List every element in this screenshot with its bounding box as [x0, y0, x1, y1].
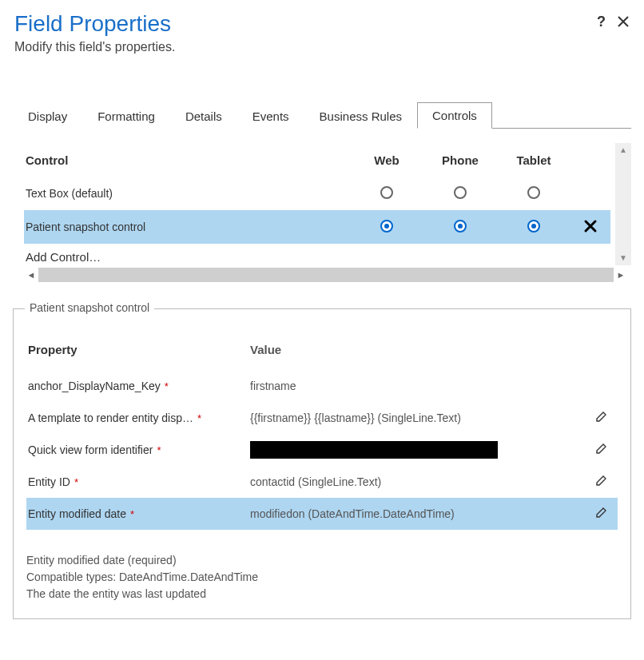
edit-button[interactable] — [594, 510, 609, 523]
controls-grid: Control Web Phone Tablet Text Box (defau… — [13, 143, 610, 265]
tab-controls[interactable]: Controls — [417, 102, 492, 129]
property-name: Quick view form identifier * — [26, 443, 250, 456]
radio-web[interactable] — [380, 186, 393, 199]
radio-phone[interactable] — [454, 220, 467, 233]
property-name: Entity ID * — [26, 475, 250, 488]
scroll-track[interactable] — [38, 268, 614, 282]
controls-tab-body: Control Web Phone Tablet Text Box (defau… — [13, 143, 631, 619]
required-asterisk-icon: * — [197, 412, 201, 424]
scroll-right-arrow-icon[interactable]: ► — [614, 270, 628, 280]
required-asterisk-icon: * — [74, 476, 78, 488]
property-desc-line: Compatible types: DateAndTime.DateAndTim… — [26, 569, 618, 586]
pencil-icon — [594, 474, 609, 488]
scroll-left-arrow-icon[interactable]: ◄ — [24, 270, 38, 280]
controls-row-name: Patient snapshot control — [24, 221, 350, 233]
tab-details[interactable]: Details — [170, 103, 237, 129]
controls-header-web: Web — [350, 153, 423, 167]
property-row[interactable]: Entity modified date * modifiedon (DateA… — [26, 498, 618, 530]
pencil-icon — [594, 506, 609, 520]
required-asterisk-icon: * — [165, 380, 169, 392]
controls-grid-header: Control Web Phone Tablet — [24, 143, 610, 177]
dialog-subtitle: Modify this field's properties. — [14, 40, 630, 54]
property-value: modifiedon (DateAndTime.DateAndTime) — [250, 507, 586, 520]
property-value: {{firstname}} {{lastname}} (SingleLine.T… — [250, 412, 586, 424]
property-name: anchor_DisplayName_Key * — [26, 380, 250, 392]
edit-button[interactable] — [594, 446, 609, 459]
property-value: firstname — [250, 380, 586, 392]
property-value-redacted — [250, 441, 586, 459]
properties-header-value: Value — [250, 343, 586, 356]
property-row[interactable]: Entity ID * contactid (SingleLine.Text) — [26, 466, 618, 498]
properties-header: Property Value — [26, 333, 618, 365]
dialog-header: Field Properties Modify this field's pro… — [0, 0, 644, 62]
controls-row-name: Text Box (default) — [24, 187, 350, 200]
property-row[interactable]: anchor_DisplayName_Key * firstname — [26, 370, 618, 402]
close-dialog-button[interactable] — [617, 15, 630, 28]
controls-header-tablet: Tablet — [497, 153, 570, 167]
property-name: Entity modified date * — [26, 507, 250, 520]
properties-fieldset: Patient snapshot control Property Value … — [13, 308, 631, 619]
close-icon — [617, 15, 630, 28]
help-button[interactable]: ? — [597, 14, 606, 29]
controls-row[interactable]: Patient snapshot control — [24, 210, 610, 244]
tab-display[interactable]: Display — [13, 103, 82, 129]
radio-tablet[interactable] — [527, 220, 540, 233]
header-actions: ? — [597, 14, 630, 29]
property-row[interactable]: Quick view form identifier * — [26, 434, 618, 466]
add-control-link[interactable]: Add Control… — [24, 244, 610, 265]
pencil-icon — [594, 410, 609, 424]
property-value: contactid (SingleLine.Text) — [250, 475, 586, 488]
required-asterisk-icon: * — [157, 444, 161, 456]
property-desc-line: The date the entity was last updated — [26, 586, 618, 602]
edit-button[interactable] — [594, 414, 609, 427]
controls-row[interactable]: Text Box (default) — [24, 177, 610, 210]
property-desc-line: Entity modified date (required) — [26, 552, 618, 569]
tab-events[interactable]: Events — [237, 103, 304, 129]
controls-grid-wrap: Control Web Phone Tablet Text Box (defau… — [13, 143, 631, 265]
property-description: Entity modified date (required) Compatib… — [26, 552, 618, 602]
vertical-scrollbar[interactable]: ▲ ▼ — [615, 143, 631, 265]
pencil-icon — [594, 442, 609, 456]
scroll-down-arrow-icon[interactable]: ▼ — [619, 254, 627, 262]
property-name: A template to render entity disp… * — [26, 412, 250, 424]
radio-phone[interactable] — [454, 186, 467, 199]
redacted-block — [250, 441, 498, 459]
property-row[interactable]: A template to render entity disp… * {{fi… — [26, 402, 618, 434]
controls-header-phone: Phone — [423, 153, 497, 167]
properties-header-name: Property — [26, 343, 250, 356]
remove-control-button[interactable] — [583, 223, 598, 236]
horizontal-scrollbar[interactable]: ◄ ► — [24, 267, 628, 283]
radio-web[interactable] — [380, 220, 393, 233]
tab-bar: Display Formatting Details Events Busine… — [13, 102, 631, 129]
close-icon — [583, 219, 598, 233]
controls-header-name: Control — [24, 153, 350, 167]
scroll-up-arrow-icon[interactable]: ▲ — [619, 146, 627, 154]
properties-legend: Patient snapshot control — [25, 301, 154, 314]
tab-formatting[interactable]: Formatting — [82, 103, 170, 129]
tab-business-rules[interactable]: Business Rules — [304, 103, 417, 129]
required-asterisk-icon: * — [130, 508, 134, 520]
radio-tablet[interactable] — [527, 186, 540, 199]
dialog-title: Field Properties — [14, 11, 630, 37]
edit-button[interactable] — [594, 478, 609, 491]
